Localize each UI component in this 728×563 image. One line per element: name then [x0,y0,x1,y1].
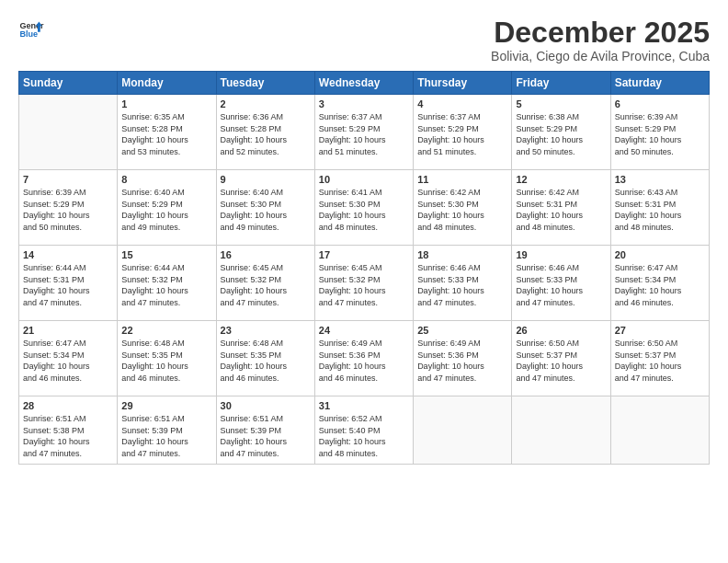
day-info: Sunrise: 6:36 AMSunset: 5:28 PMDaylight:… [221,111,311,157]
table-row: 30Sunrise: 6:51 AMSunset: 5:39 PMDayligh… [216,396,314,464]
day-number: 17 [319,249,409,260]
page: General Blue December 2025 Bolivia, Cieg… [0,0,728,563]
day-info: Sunrise: 6:43 AMSunset: 5:31 PMDaylight:… [615,187,705,233]
svg-text:Blue: Blue [19,29,38,39]
day-number: 5 [516,98,606,109]
calendar-week-5: 28Sunrise: 6:51 AMSunset: 5:38 PMDayligh… [19,396,710,464]
table-row: 26Sunrise: 6:50 AMSunset: 5:37 PMDayligh… [512,321,610,396]
day-number: 2 [221,98,311,109]
day-info: Sunrise: 6:45 AMSunset: 5:32 PMDaylight:… [319,262,409,308]
day-number: 16 [221,249,311,260]
day-info: Sunrise: 6:49 AMSunset: 5:36 PMDaylight:… [417,338,507,384]
logo-icon: General Blue [18,17,44,42]
table-row: 15Sunrise: 6:44 AMSunset: 5:32 PMDayligh… [118,246,216,321]
table-row [19,95,118,170]
day-info: Sunrise: 6:40 AMSunset: 5:30 PMDaylight:… [221,187,311,233]
day-info: Sunrise: 6:35 AMSunset: 5:28 PMDaylight:… [121,111,211,157]
day-info: Sunrise: 6:39 AMSunset: 5:29 PMDaylight:… [23,187,113,233]
day-number: 20 [615,249,705,260]
table-row: 8Sunrise: 6:40 AMSunset: 5:29 PMDaylight… [118,170,216,246]
day-info: Sunrise: 6:47 AMSunset: 5:34 PMDaylight:… [615,262,705,308]
day-number: 4 [417,98,507,109]
table-row: 19Sunrise: 6:46 AMSunset: 5:33 PMDayligh… [512,246,610,321]
table-row: 29Sunrise: 6:51 AMSunset: 5:39 PMDayligh… [118,396,216,464]
table-row: 7Sunrise: 6:39 AMSunset: 5:29 PMDaylight… [19,170,118,246]
day-info: Sunrise: 6:39 AMSunset: 5:29 PMDaylight:… [615,111,705,157]
day-number: 7 [23,174,113,185]
day-info: Sunrise: 6:42 AMSunset: 5:30 PMDaylight:… [417,187,507,233]
day-info: Sunrise: 6:46 AMSunset: 5:33 PMDaylight:… [516,262,606,308]
day-number: 24 [319,325,409,336]
day-number: 27 [615,325,705,336]
table-row: 3Sunrise: 6:37 AMSunset: 5:29 PMDaylight… [314,95,413,170]
day-info: Sunrise: 6:52 AMSunset: 5:40 PMDaylight:… [319,413,409,459]
day-number: 30 [221,400,311,411]
header: General Blue December 2025 Bolivia, Cieg… [18,17,710,63]
table-row: 4Sunrise: 6:37 AMSunset: 5:29 PMDaylight… [414,95,512,170]
table-row: 28Sunrise: 6:51 AMSunset: 5:38 PMDayligh… [19,396,118,464]
day-info: Sunrise: 6:45 AMSunset: 5:32 PMDaylight:… [221,262,311,308]
table-row: 2Sunrise: 6:36 AMSunset: 5:28 PMDaylight… [216,95,314,170]
day-number: 8 [121,174,211,185]
day-number: 21 [23,325,113,336]
table-row: 11Sunrise: 6:42 AMSunset: 5:30 PMDayligh… [414,170,512,246]
subtitle: Bolivia, Ciego de Avila Province, Cuba [491,49,710,63]
day-info: Sunrise: 6:37 AMSunset: 5:29 PMDaylight:… [417,111,507,157]
day-number: 19 [516,249,606,260]
calendar-week-4: 21Sunrise: 6:47 AMSunset: 5:34 PMDayligh… [19,321,710,396]
col-wednesday: Wednesday [314,72,413,95]
table-row: 16Sunrise: 6:45 AMSunset: 5:32 PMDayligh… [216,246,314,321]
logo: General Blue [18,17,44,42]
day-info: Sunrise: 6:42 AMSunset: 5:31 PMDaylight:… [516,187,606,233]
table-row: 24Sunrise: 6:49 AMSunset: 5:36 PMDayligh… [314,321,413,396]
col-tuesday: Tuesday [216,72,314,95]
col-friday: Friday [512,72,610,95]
table-row: 17Sunrise: 6:45 AMSunset: 5:32 PMDayligh… [314,246,413,321]
day-number: 18 [417,249,507,260]
table-row: 10Sunrise: 6:41 AMSunset: 5:30 PMDayligh… [314,170,413,246]
table-row: 22Sunrise: 6:48 AMSunset: 5:35 PMDayligh… [118,321,216,396]
day-info: Sunrise: 6:48 AMSunset: 5:35 PMDaylight:… [221,338,311,384]
day-info: Sunrise: 6:37 AMSunset: 5:29 PMDaylight:… [319,111,409,157]
table-row: 12Sunrise: 6:42 AMSunset: 5:31 PMDayligh… [512,170,610,246]
day-info: Sunrise: 6:50 AMSunset: 5:37 PMDaylight:… [615,338,705,384]
day-info: Sunrise: 6:41 AMSunset: 5:30 PMDaylight:… [319,187,409,233]
table-row: 13Sunrise: 6:43 AMSunset: 5:31 PMDayligh… [610,170,709,246]
day-number: 28 [23,400,113,411]
table-row: 5Sunrise: 6:38 AMSunset: 5:29 PMDaylight… [512,95,610,170]
calendar-week-3: 14Sunrise: 6:44 AMSunset: 5:31 PMDayligh… [19,246,710,321]
day-number: 1 [121,98,211,109]
day-number: 23 [221,325,311,336]
col-saturday: Saturday [610,72,709,95]
table-row: 1Sunrise: 6:35 AMSunset: 5:28 PMDaylight… [118,95,216,170]
col-monday: Monday [118,72,216,95]
table-row: 23Sunrise: 6:48 AMSunset: 5:35 PMDayligh… [216,321,314,396]
day-info: Sunrise: 6:46 AMSunset: 5:33 PMDaylight:… [417,262,507,308]
day-number: 26 [516,325,606,336]
table-row: 27Sunrise: 6:50 AMSunset: 5:37 PMDayligh… [610,321,709,396]
day-number: 15 [121,249,211,260]
day-number: 3 [319,98,409,109]
day-info: Sunrise: 6:50 AMSunset: 5:37 PMDaylight:… [516,338,606,384]
day-number: 13 [615,174,705,185]
calendar-table: Sunday Monday Tuesday Wednesday Thursday… [18,71,710,464]
col-thursday: Thursday [414,72,512,95]
day-number: 14 [23,249,113,260]
day-number: 12 [516,174,606,185]
day-number: 9 [221,174,311,185]
table-row: 9Sunrise: 6:40 AMSunset: 5:30 PMDaylight… [216,170,314,246]
day-number: 25 [417,325,507,336]
calendar-week-1: 1Sunrise: 6:35 AMSunset: 5:28 PMDaylight… [19,95,710,170]
calendar-week-2: 7Sunrise: 6:39 AMSunset: 5:29 PMDaylight… [19,170,710,246]
day-number: 29 [121,400,211,411]
day-number: 11 [417,174,507,185]
day-info: Sunrise: 6:51 AMSunset: 5:39 PMDaylight:… [221,413,311,459]
day-info: Sunrise: 6:38 AMSunset: 5:29 PMDaylight:… [516,111,606,157]
day-info: Sunrise: 6:44 AMSunset: 5:32 PMDaylight:… [121,262,211,308]
day-number: 6 [615,98,705,109]
table-row: 14Sunrise: 6:44 AMSunset: 5:31 PMDayligh… [19,246,118,321]
table-row: 18Sunrise: 6:46 AMSunset: 5:33 PMDayligh… [414,246,512,321]
day-info: Sunrise: 6:51 AMSunset: 5:38 PMDaylight:… [23,413,113,459]
day-number: 22 [121,325,211,336]
table-row: 20Sunrise: 6:47 AMSunset: 5:34 PMDayligh… [610,246,709,321]
